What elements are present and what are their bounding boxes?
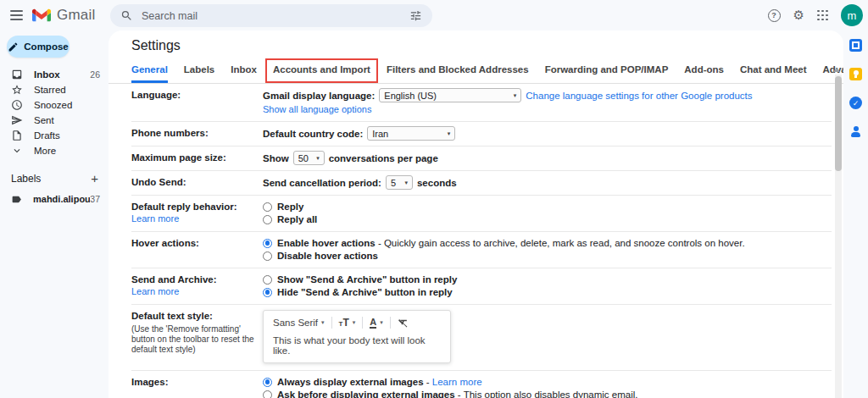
- tab-chat-and-meet[interactable]: Chat and Meet: [740, 64, 807, 83]
- inbox-count: 26: [90, 69, 100, 80]
- sidebar-item-more[interactable]: More: [0, 143, 108, 158]
- settings-row-phone-numbers: Phone numbers: Default country code: Ira…: [131, 122, 832, 146]
- star-icon: [11, 84, 23, 96]
- settings-row-page-size: Maximum page size: Show 50▾ conversation…: [131, 146, 832, 171]
- label-tag-icon: [11, 194, 22, 205]
- images-learn-more-link[interactable]: Learn more: [432, 377, 482, 387]
- sidebar-label-item[interactable]: mahdi.alipour@ir... 37: [0, 191, 108, 207]
- inbox-icon: [11, 69, 23, 80]
- settings-tabs: General Labels Inbox Accounts and Import…: [108, 53, 843, 84]
- left-sidebar: Compose Inbox 26 Starred Snoozed Sent: [0, 30, 108, 398]
- draft-file-icon: [11, 130, 23, 141]
- settings-row-undo-send: Undo Send: Send cancellation period: 5▾ …: [131, 171, 832, 196]
- google-keep-icon[interactable]: [849, 68, 862, 80]
- search-icon: [120, 9, 133, 22]
- gmail-logo[interactable]: Gmail: [32, 7, 95, 24]
- top-bar: Gmail Search mail ? ⚙ m: [0, 0, 868, 30]
- cancellation-period-select[interactable]: 5▾: [386, 175, 413, 190]
- settings-row-reply-behavior: Default reply behavior: Learn more Reply…: [131, 196, 832, 232]
- tab-labels[interactable]: Labels: [184, 64, 214, 83]
- help-icon[interactable]: ?: [768, 9, 781, 22]
- compose-label: Compose: [24, 41, 68, 52]
- font-size-dropdown[interactable]: TT▾: [339, 317, 356, 329]
- clock-icon: [11, 99, 23, 111]
- hamburger-menu-icon[interactable]: [0, 0, 32, 30]
- radio-reply-all[interactable]: [263, 215, 272, 224]
- labels-title: Labels: [11, 173, 41, 185]
- google-tasks-icon[interactable]: ✓: [849, 97, 862, 109]
- google-calendar-icon[interactable]: [849, 39, 862, 52]
- radio-hide-send-archive[interactable]: [263, 288, 272, 297]
- display-language-select[interactable]: English (US)▾: [379, 88, 521, 102]
- sidebar-item-snoozed[interactable]: Snoozed: [0, 97, 108, 113]
- page-size-select[interactable]: 50▾: [293, 151, 325, 165]
- search-bar[interactable]: Search mail: [110, 4, 432, 27]
- radio-disable-hover-actions[interactable]: [263, 252, 272, 261]
- settings-row-language: Language: Gmail display language: Englis…: [131, 84, 832, 122]
- tab-forwarding-and-pop-imap[interactable]: Forwarding and POP/IMAP: [545, 64, 669, 83]
- tab-general[interactable]: General: [131, 64, 168, 83]
- settings-row-images: Images: Always display external images -…: [131, 371, 832, 398]
- google-contacts-icon[interactable]: [849, 125, 862, 138]
- search-input[interactable]: Search mail: [142, 10, 401, 22]
- sidebar-item-drafts[interactable]: Drafts: [0, 128, 108, 143]
- text-color-dropdown[interactable]: A▾: [370, 318, 382, 329]
- tab-accounts-and-import[interactable]: Accounts and Import: [273, 64, 370, 83]
- compose-button[interactable]: Compose: [7, 36, 70, 58]
- scrollbar-thumb[interactable]: [835, 76, 842, 171]
- right-side-panel: ✓: [843, 30, 868, 398]
- account-avatar[interactable]: m: [841, 4, 863, 26]
- country-code-select[interactable]: Iran▾: [367, 126, 455, 141]
- create-label-plus-icon[interactable]: +: [91, 172, 98, 185]
- tab-add-ons[interactable]: Add-ons: [684, 64, 724, 83]
- labels-header: Labels +: [11, 172, 98, 185]
- send-icon: [11, 114, 23, 126]
- sidebar-item-sent[interactable]: Sent: [0, 113, 108, 128]
- gmail-m-icon: [32, 8, 51, 23]
- settings-gear-icon[interactable]: ⚙: [793, 9, 804, 22]
- chevron-down-icon: [11, 145, 23, 157]
- settings-panel: Settings General Labels Inbox Accounts a…: [108, 30, 843, 398]
- gmail-logo-text: Gmail: [57, 7, 95, 24]
- radio-reply[interactable]: [263, 202, 272, 212]
- tune-filter-icon[interactable]: [409, 9, 422, 22]
- text-style-preview: This is what your body text will look li…: [273, 335, 441, 356]
- reply-behavior-learn-more-link[interactable]: Learn more: [131, 213, 179, 224]
- scrollbar-up-arrow[interactable]: [833, 68, 840, 72]
- top-bar-actions: ? ⚙ m: [768, 0, 863, 30]
- settings-row-hover-actions: Hover actions: Enable hover actions - Qu…: [131, 232, 832, 268]
- settings-row-default-text-style: Default text style: (Use the 'Remove for…: [131, 305, 832, 371]
- radio-always-display-images[interactable]: [263, 378, 272, 387]
- page-title: Settings: [131, 38, 843, 53]
- radio-enable-hover-actions[interactable]: [263, 239, 272, 248]
- sidebar-nav: Inbox 26 Starred Snoozed Sent Drafts: [0, 67, 108, 158]
- radio-ask-before-images[interactable]: [263, 390, 272, 398]
- label-count: 37: [90, 194, 100, 204]
- apps-grid-icon[interactable]: [817, 10, 828, 21]
- sidebar-item-starred[interactable]: Starred: [0, 82, 108, 97]
- change-language-link[interactable]: Change language settings for other Googl…: [526, 89, 752, 102]
- font-family-dropdown[interactable]: Sans Serif▾: [273, 318, 325, 328]
- text-style-editor: Sans Serif▾ TT▾ A▾ This is what your bod…: [263, 310, 451, 363]
- pencil-icon: [8, 41, 19, 53]
- show-all-language-options-link[interactable]: Show all language options: [263, 102, 371, 116]
- tab-filters-and-blocked-addresses[interactable]: Filters and Blocked Addresses: [387, 64, 529, 83]
- send-archive-learn-more-link[interactable]: Learn more: [131, 286, 179, 296]
- gmail-app: Gmail Search mail ? ⚙ m Compose Inbox 26: [0, 0, 868, 398]
- tab-inbox[interactable]: Inbox: [231, 64, 257, 83]
- radio-show-send-archive[interactable]: [263, 275, 272, 285]
- text-style-note: (Use the 'Remove formatting' button on t…: [131, 324, 259, 355]
- sidebar-item-inbox[interactable]: Inbox 26: [0, 67, 108, 82]
- remove-formatting-icon[interactable]: [398, 318, 409, 329]
- settings-row-send-and-archive: Send and Archive: Learn more Show "Send …: [131, 268, 832, 305]
- settings-rows: Language: Gmail display language: Englis…: [131, 84, 832, 398]
